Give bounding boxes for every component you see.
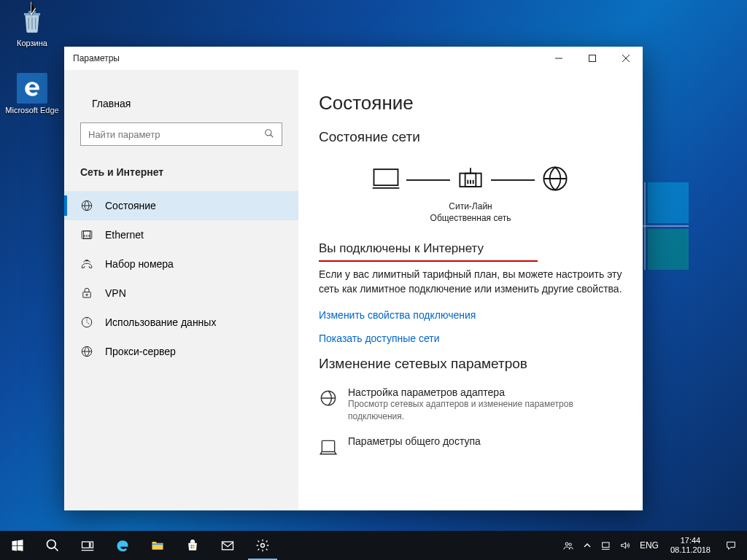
mail-icon (220, 538, 235, 553)
sidebar-item-status[interactable]: Состояние (64, 191, 298, 220)
tray-network[interactable] (597, 531, 615, 560)
window-title: Параметры (64, 53, 120, 63)
tray-volume[interactable] (616, 531, 634, 560)
taskbar-taskview[interactable] (70, 531, 105, 560)
taskbar-search[interactable] (35, 531, 70, 560)
svg-rect-22 (193, 547, 194, 548)
chevron-up-icon (581, 540, 593, 551)
sidebar-section-title: Сеть и Интернет (64, 162, 298, 191)
adapter-icon (319, 389, 338, 408)
edge-icon (23, 79, 42, 98)
folder-icon (150, 538, 165, 553)
taskbar-edge[interactable] (105, 531, 140, 560)
page-title: Состояние (319, 92, 622, 114)
router-icon (454, 163, 487, 195)
annotation-underline (319, 260, 538, 262)
desktop-icon-edge[interactable]: Microsoft Edge (4, 73, 60, 114)
tray-action-center[interactable] (718, 540, 744, 551)
gear-icon (255, 538, 270, 553)
tray-chevron-up[interactable] (578, 531, 596, 560)
sidebar-item-label: Ethernet (105, 229, 144, 241)
tray-date: 08.11.2018 (670, 545, 711, 555)
sidebar-item-data-usage[interactable]: Использование данных (64, 308, 298, 337)
sidebar-item-dialup[interactable]: Набор номера (64, 249, 298, 279)
svg-point-25 (565, 542, 568, 545)
link-show-available-networks[interactable]: Показать доступные сети (319, 332, 622, 344)
sidebar-item-vpn[interactable]: VPN (64, 279, 298, 308)
computer-icon (370, 163, 402, 195)
notification-icon (725, 540, 737, 551)
people-icon (562, 540, 574, 551)
settings-window: Параметры Главная Сеть и Интернет Состоя… (64, 47, 643, 510)
taskbar-mail[interactable] (210, 531, 245, 560)
svg-rect-6 (83, 292, 91, 298)
settings-content: Состояние Состояние сети Сити-Лайн Общес… (298, 70, 643, 510)
status-icon (80, 199, 93, 212)
sidebar-item-proxy[interactable]: Прокси-сервер (64, 337, 298, 366)
data-usage-icon (80, 316, 93, 329)
sidebar-home[interactable]: Главная (64, 90, 298, 117)
svg-point-24 (261, 544, 265, 548)
tray-clock[interactable]: 17:44 08.11.2018 (665, 536, 716, 555)
svg-point-1 (266, 129, 271, 135)
windows-icon (10, 538, 25, 553)
vpn-icon (80, 287, 93, 300)
setting-title: Настройка параметров адаптера (348, 386, 622, 398)
svg-rect-0 (589, 55, 596, 62)
taskbar-explorer[interactable] (140, 531, 175, 560)
svg-rect-18 (90, 542, 93, 548)
svg-point-16 (47, 540, 56, 549)
ethernet-icon (80, 228, 93, 241)
network-status-heading: Состояние сети (319, 129, 622, 145)
taskbar-store[interactable] (175, 531, 210, 560)
network-icon (600, 540, 612, 551)
svg-point-26 (569, 543, 571, 545)
connected-heading: Вы подключены к Интернету (319, 241, 622, 256)
search-input[interactable] (88, 129, 264, 140)
setting-subtitle: Просмотр сетевых адаптеров и изменение п… (348, 398, 622, 421)
setting-title: Параметры общего доступа (348, 435, 481, 447)
sidebar-item-label: Состояние (105, 200, 156, 211)
start-button[interactable] (0, 531, 35, 560)
tray-language[interactable]: ENG (635, 540, 663, 551)
search-icon (45, 538, 60, 553)
link-change-connection-properties[interactable]: Изменить свойства подключения (319, 309, 622, 321)
svg-rect-10 (374, 169, 398, 185)
globe-icon (539, 163, 571, 195)
mouse-cursor (31, 1, 41, 16)
setting-adapter-options[interactable]: Настройка параметров адаптера Просмотр с… (319, 386, 622, 421)
proxy-icon (80, 345, 93, 358)
window-maximize-button[interactable] (576, 47, 609, 70)
setting-sharing-options[interactable]: Параметры общего доступа (319, 435, 622, 456)
svg-rect-27 (603, 542, 609, 548)
svg-rect-23 (222, 542, 233, 550)
sidebar-search[interactable] (80, 122, 282, 146)
taskbar: ENG 17:44 08.11.2018 (0, 531, 747, 560)
change-network-settings-heading: Изменение сетевых параметров (319, 356, 622, 372)
taskbar-settings[interactable] (245, 531, 280, 560)
desktop-icon-label: Microsoft Edge (4, 106, 60, 114)
sidebar-item-label: Прокси-сервер (105, 346, 176, 357)
sidebar-item-label: VPN (105, 287, 126, 299)
svg-rect-21 (191, 547, 193, 548)
edge-icon (115, 538, 130, 553)
svg-rect-17 (82, 542, 90, 548)
sidebar-item-label: Набор номера (105, 258, 174, 270)
svg-rect-19 (191, 545, 193, 546)
tray-people[interactable] (560, 531, 577, 560)
window-close-button[interactable] (609, 47, 643, 70)
desktop-icon-label: Корзина (4, 39, 60, 47)
svg-point-7 (86, 294, 88, 295)
dialup-icon (80, 257, 93, 271)
system-tray: ENG 17:44 08.11.2018 (560, 531, 747, 560)
sidebar-item-ethernet[interactable]: Ethernet (64, 220, 298, 249)
network-name: Сити-Лайн (319, 201, 622, 213)
tray-time: 17:44 (670, 536, 711, 545)
svg-rect-20 (193, 545, 194, 546)
window-titlebar[interactable]: Параметры (64, 47, 643, 70)
volume-icon (619, 540, 631, 551)
window-minimize-button[interactable] (542, 47, 576, 70)
sidebar-item-label: Использование данных (105, 316, 216, 328)
network-type: Общественная сеть (319, 213, 622, 225)
taskview-icon (80, 538, 95, 553)
